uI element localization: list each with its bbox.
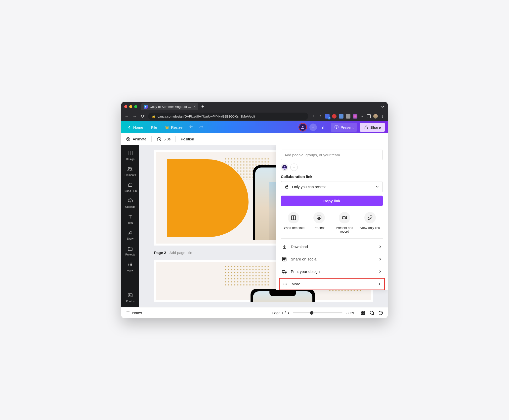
access-dropdown[interactable]: Only you can access [281,181,383,192]
sidebar-item-projects[interactable]: Projects [121,243,139,258]
elements-icon [127,166,133,172]
action-present[interactable]: Present [306,212,332,233]
duration-button[interactable]: 5.0s [157,137,170,142]
animate-button[interactable]: Animate [126,137,146,142]
collaborator-avatar[interactable] [281,164,288,171]
svg-rect-37 [363,313,365,314]
chevron-right-icon [378,282,381,286]
collab-link-heading: Collaboration link [281,174,383,179]
menu-label: More [292,282,300,286]
zoom-thumb[interactable] [310,311,313,315]
sidebar-item-label: Projects [125,253,135,256]
position-button[interactable]: Position [181,137,194,141]
back-button[interactable]: ← [124,114,129,119]
sidebar-item-label: Brand Hub [124,189,137,192]
extension-5-icon[interactable] [353,114,357,119]
file-label: File [151,125,157,129]
svg-point-10 [131,263,132,264]
add-people-input[interactable] [281,150,383,160]
extension-4-icon[interactable] [346,114,350,119]
profile-avatar-icon[interactable] [373,114,378,119]
share-browser-icon[interactable]: ⇧ [311,114,316,119]
sidebar-item-label: Apps [127,269,133,272]
sidebar-item-brandhub[interactable]: Brand Hub [121,179,139,195]
extension-2-icon[interactable] [332,114,337,119]
browser-menu-icon[interactable]: ⋮ [380,114,385,119]
reload-button[interactable]: ⟳ [140,114,145,119]
chevron-down-icon [376,185,379,188]
present-button[interactable]: Present [331,123,357,132]
resize-label: Resize [171,125,182,129]
svg-rect-35 [363,311,365,312]
menu-share-social[interactable]: Share on social [281,253,383,265]
animate-label: Animate [133,137,146,141]
extensions-menu-icon[interactable]: ✦ [360,114,364,119]
redo-button[interactable] [197,123,206,132]
notes-button[interactable]: Notes [126,311,142,315]
url-field[interactable]: 🔒 canva.com/design/DAFktad8AYU/nUwPY4xyG… [148,113,308,120]
download-icon [282,244,287,249]
help-button[interactable] [378,310,383,315]
more-icon [283,282,288,287]
sidebar-item-elements[interactable]: Elements [121,164,139,179]
add-member-button[interactable]: + [309,124,317,131]
close-window[interactable] [124,105,127,108]
menu-print[interactable]: Print your design [281,265,383,278]
zoom-slider[interactable] [293,312,342,313]
minimize-window[interactable] [129,105,132,108]
fullscreen-button[interactable] [369,310,374,315]
lock-icon [285,184,289,189]
action-view-only-link[interactable]: View-only link [357,212,383,233]
browser-tab[interactable]: ♥ Copy of Sommer-Angebot (Pre × [141,103,198,110]
forward-button[interactable]: → [132,114,137,119]
sidebar-item-apps[interactable]: Apps [121,259,139,274]
separator [175,136,176,142]
action-label: Present and record [332,226,357,233]
tabs-overflow-icon[interactable] [381,105,385,109]
link-icon [364,212,376,223]
duration-label: 5.0s [164,137,170,141]
uploads-icon [127,198,133,204]
share-button[interactable]: Share [360,123,385,132]
action-brand-template[interactable]: Brand template [281,212,306,233]
home-button[interactable]: Home [124,123,147,132]
extension-3-icon[interactable] [339,114,343,119]
svg-point-32 [285,284,285,284]
user-avatar[interactable] [298,123,307,131]
tab-bar: ♥ Copy of Sommer-Angebot (Pre × + [121,102,388,111]
file-button[interactable]: File [148,123,161,132]
undo-button[interactable] [187,123,196,132]
svg-rect-26 [342,216,345,219]
menu-download[interactable]: Download [281,241,383,253]
action-present-record[interactable]: Present and record [332,212,357,233]
svg-point-0 [302,126,303,127]
svg-point-22 [284,166,286,168]
grid-view-button[interactable] [360,310,365,315]
sidebar-item-draw[interactable]: Draw [121,227,139,243]
copy-link-button[interactable]: Copy link [281,196,383,206]
svg-point-12 [130,264,131,265]
sidebar-item-uploads[interactable]: Uploads [121,195,139,211]
panel-icon[interactable] [367,114,371,118]
svg-point-31 [283,284,284,284]
resize-button[interactable]: 👑 Resize [162,123,186,132]
new-tab-button[interactable]: + [201,104,204,109]
sidebar-item-design[interactable]: Design [121,148,139,163]
extension-1-icon[interactable] [325,114,330,119]
add-collaborator-button[interactable]: + [290,164,298,171]
menu-more[interactable]: More [279,278,385,290]
address-bar: ← → ⟳ 🔒 canva.com/design/DAFktad8AYU/nUw… [121,111,388,121]
apps-icon [127,261,133,267]
menu-label: Print your design [291,269,320,274]
insights-button[interactable] [319,123,328,132]
sidebar-item-photos[interactable]: Photos [121,290,139,305]
share-menu-list: Download Share on social Print your desi… [281,239,383,290]
crown-icon: 👑 [165,126,169,129]
bookmark-icon[interactable]: ☆ [318,114,323,119]
sidebar-item-text[interactable]: Text [121,211,139,227]
svg-rect-7 [128,184,132,186]
svg-point-33 [286,284,287,284]
close-tab-icon[interactable]: × [194,104,196,109]
svg-point-8 [128,263,129,264]
maximize-window[interactable] [134,105,137,108]
